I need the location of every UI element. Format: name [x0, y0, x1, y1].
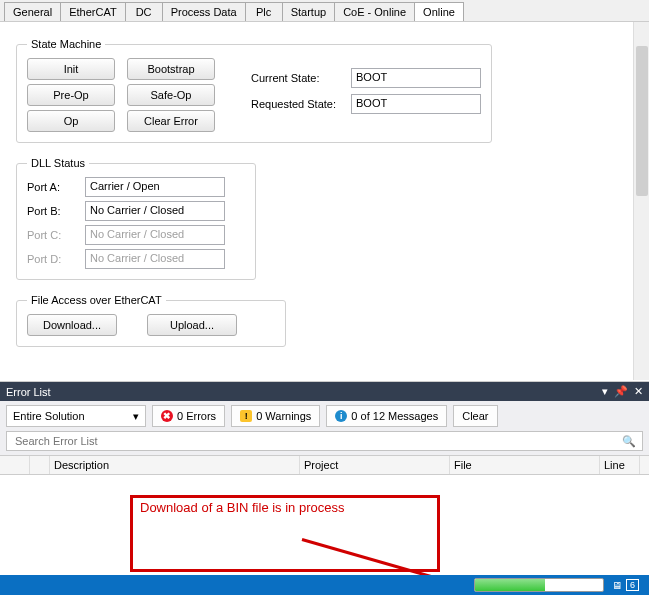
download-progress — [474, 578, 604, 592]
port-b-label: Port B: — [27, 205, 85, 217]
current-state-field: BOOT — [351, 68, 481, 88]
scrollbar-thumb[interactable] — [636, 46, 648, 196]
tab-dc[interactable]: DC — [125, 2, 163, 21]
file-access-group: File Access over EtherCAT Download... Up… — [16, 294, 286, 347]
clear-button[interactable]: Clear — [453, 405, 497, 427]
error-list-panel: Error List ▾ 📌 ✕ Entire Solution ▾ ✖ 0 E… — [0, 381, 649, 475]
taskbar: 🖥 6 — [0, 575, 649, 595]
col-line[interactable]: Line — [600, 456, 640, 474]
tab-startup[interactable]: Startup — [282, 2, 335, 21]
tab-coe-online[interactable]: CoE - Online — [334, 2, 415, 21]
requested-state-field: BOOT — [351, 94, 481, 114]
pin-icon[interactable]: 📌 — [614, 385, 628, 398]
col-description[interactable]: Description — [50, 456, 300, 474]
col-code[interactable] — [30, 456, 50, 474]
init-button[interactable]: Init — [27, 58, 115, 80]
port-d-value: No Carrier / Closed — [85, 249, 225, 269]
errors-count: 0 Errors — [177, 410, 216, 422]
chevron-down-icon: ▾ — [133, 410, 139, 423]
port-a-label: Port A: — [27, 181, 85, 193]
file-access-legend: File Access over EtherCAT — [27, 294, 166, 306]
bootstrap-button[interactable]: Bootstrap — [127, 58, 215, 80]
info-icon: i — [335, 410, 347, 422]
close-icon[interactable]: ✕ — [634, 385, 643, 398]
clear-error-button[interactable]: Clear Error — [127, 110, 215, 132]
tab-content-online: State Machine Init Bootstrap Pre-Op Safe… — [0, 22, 649, 362]
port-a-value: Carrier / Open — [85, 177, 225, 197]
port-d-label: Port D: — [27, 253, 85, 265]
tab-general[interactable]: General — [4, 2, 61, 21]
error-list-title: Error List — [6, 386, 51, 398]
current-state-label: Current State: — [251, 72, 351, 84]
preop-button[interactable]: Pre-Op — [27, 84, 115, 106]
col-file[interactable]: File — [450, 456, 600, 474]
dll-status-legend: DLL Status — [27, 157, 89, 169]
search-input[interactable] — [13, 434, 622, 448]
port-b-value: No Carrier / Closed — [85, 201, 225, 221]
requested-state-label: Requested State: — [251, 98, 351, 110]
warnings-filter-button[interactable]: ! 0 Warnings — [231, 405, 320, 427]
annotation-text: Download of a BIN file is in process — [140, 500, 344, 516]
op-button[interactable]: Op — [27, 110, 115, 132]
tab-strip: General EtherCAT DC Process Data Plc Sta… — [0, 0, 649, 22]
scope-value: Entire Solution — [13, 410, 85, 422]
port-c-label: Port C: — [27, 229, 85, 241]
port-c-value: No Carrier / Closed — [85, 225, 225, 245]
upload-button[interactable]: Upload... — [147, 314, 237, 336]
scope-dropdown[interactable]: Entire Solution ▾ — [6, 405, 146, 427]
errors-filter-button[interactable]: ✖ 0 Errors — [152, 405, 225, 427]
download-progress-bar — [475, 579, 545, 591]
download-button[interactable]: Download... — [27, 314, 117, 336]
dropdown-icon[interactable]: ▾ — [602, 385, 608, 398]
col-icon[interactable] — [0, 456, 30, 474]
tab-process-data[interactable]: Process Data — [162, 2, 246, 21]
error-icon: ✖ — [161, 410, 173, 422]
state-machine-legend: State Machine — [27, 38, 105, 50]
messages-filter-button[interactable]: i 0 of 12 Messages — [326, 405, 447, 427]
vertical-scrollbar[interactable] — [633, 22, 649, 380]
messages-count: 0 of 12 Messages — [351, 410, 438, 422]
warnings-count: 0 Warnings — [256, 410, 311, 422]
tab-plc[interactable]: Plc — [245, 2, 283, 21]
search-icon[interactable]: 🔍 — [622, 435, 636, 448]
system-tray: 🖥 6 — [612, 579, 639, 591]
col-project[interactable]: Project — [300, 456, 450, 474]
state-machine-group: State Machine Init Bootstrap Pre-Op Safe… — [16, 38, 492, 143]
tray-monitor-icon[interactable]: 🖥 — [612, 580, 622, 591]
tab-ethercat[interactable]: EtherCAT — [60, 2, 125, 21]
safeop-button[interactable]: Safe-Op — [127, 84, 215, 106]
tray-indicator[interactable]: 6 — [626, 579, 639, 591]
error-grid-header: Description Project File Line — [0, 455, 649, 475]
tab-online[interactable]: Online — [414, 2, 464, 21]
warning-icon: ! — [240, 410, 252, 422]
dll-status-group: DLL Status Port A: Carrier / Open Port B… — [16, 157, 256, 280]
